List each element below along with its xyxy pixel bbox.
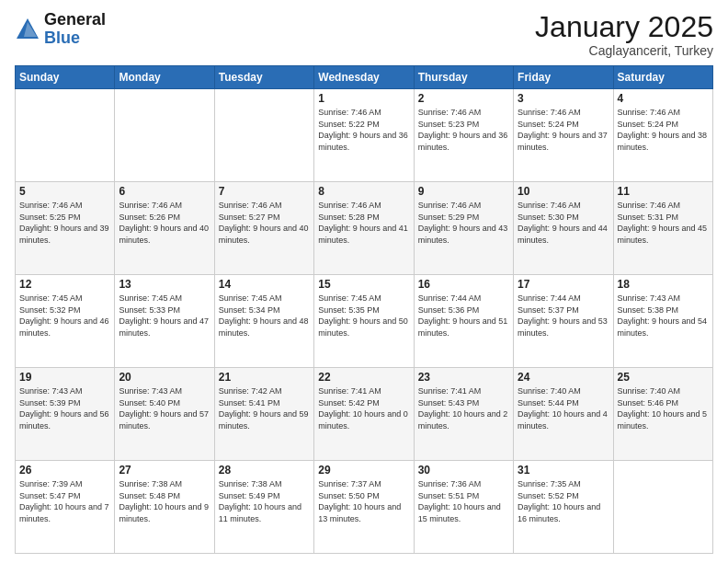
day-info-30: Sunrise: 7:36 AMSunset: 5:51 PMDaylight:… (418, 478, 509, 524)
day-cell-18: 18Sunrise: 7:43 AMSunset: 5:38 PMDayligh… (613, 275, 712, 368)
day-number-5: 5 (19, 185, 110, 198)
day-number-24: 24 (518, 371, 609, 384)
logo-general: General (44, 11, 106, 29)
day-info-14: Sunrise: 7:45 AMSunset: 5:34 PMDaylight:… (219, 293, 310, 339)
weekday-header-row: SundayMondayTuesdayWednesdayThursdayFrid… (16, 66, 713, 89)
day-number-10: 10 (518, 185, 609, 198)
empty-cell (214, 89, 313, 182)
day-cell-10: 10Sunrise: 7:46 AMSunset: 5:30 PMDayligh… (514, 182, 613, 275)
weekday-header-sunday: Sunday (16, 66, 115, 89)
logo-text: General Blue (44, 11, 106, 48)
logo-blue: Blue (44, 29, 106, 48)
day-number-15: 15 (318, 278, 409, 291)
day-cell-25: 25Sunrise: 7:40 AMSunset: 5:46 PMDayligh… (613, 368, 712, 461)
day-cell-12: 12Sunrise: 7:45 AMSunset: 5:32 PMDayligh… (16, 275, 115, 368)
day-info-4: Sunrise: 7:46 AMSunset: 5:24 PMDaylight:… (618, 107, 709, 153)
day-cell-30: 30Sunrise: 7:36 AMSunset: 5:51 PMDayligh… (414, 461, 513, 554)
day-cell-21: 21Sunrise: 7:42 AMSunset: 5:41 PMDayligh… (214, 368, 313, 461)
day-info-9: Sunrise: 7:46 AMSunset: 5:29 PMDaylight:… (418, 200, 509, 246)
day-cell-13: 13Sunrise: 7:45 AMSunset: 5:33 PMDayligh… (115, 275, 214, 368)
day-cell-17: 17Sunrise: 7:44 AMSunset: 5:37 PMDayligh… (514, 275, 613, 368)
logo: General Blue (15, 11, 106, 48)
day-number-18: 18 (618, 278, 709, 291)
day-info-12: Sunrise: 7:45 AMSunset: 5:32 PMDaylight:… (19, 293, 110, 339)
day-info-5: Sunrise: 7:46 AMSunset: 5:25 PMDaylight:… (19, 200, 110, 246)
day-number-17: 17 (518, 278, 609, 291)
day-number-19: 19 (19, 371, 110, 384)
day-cell-16: 16Sunrise: 7:44 AMSunset: 5:36 PMDayligh… (414, 275, 513, 368)
day-info-24: Sunrise: 7:40 AMSunset: 5:44 PMDaylight:… (518, 385, 609, 431)
day-info-18: Sunrise: 7:43 AMSunset: 5:38 PMDaylight:… (618, 293, 709, 339)
day-info-31: Sunrise: 7:35 AMSunset: 5:52 PMDaylight:… (518, 478, 609, 524)
location-subtitle: Caglayancerit, Turkey (535, 43, 713, 58)
day-info-19: Sunrise: 7:43 AMSunset: 5:39 PMDaylight:… (19, 385, 110, 431)
day-info-16: Sunrise: 7:44 AMSunset: 5:36 PMDaylight:… (418, 293, 509, 339)
day-cell-15: 15Sunrise: 7:45 AMSunset: 5:35 PMDayligh… (314, 275, 414, 368)
day-number-27: 27 (119, 464, 210, 477)
weekday-header-friday: Friday (514, 66, 613, 89)
day-cell-3: 3Sunrise: 7:46 AMSunset: 5:24 PMDaylight… (514, 89, 613, 182)
day-number-20: 20 (119, 371, 210, 384)
day-info-28: Sunrise: 7:38 AMSunset: 5:49 PMDaylight:… (219, 478, 310, 524)
day-cell-20: 20Sunrise: 7:43 AMSunset: 5:40 PMDayligh… (115, 368, 214, 461)
page: General Blue January 2025 Caglayancerit,… (0, 0, 728, 563)
day-number-12: 12 (19, 278, 110, 291)
day-number-4: 4 (618, 92, 709, 105)
day-number-2: 2 (418, 92, 509, 105)
day-info-10: Sunrise: 7:46 AMSunset: 5:30 PMDaylight:… (518, 200, 609, 246)
day-number-13: 13 (119, 278, 210, 291)
day-number-16: 16 (418, 278, 509, 291)
empty-cell (16, 89, 115, 182)
day-info-27: Sunrise: 7:38 AMSunset: 5:48 PMDaylight:… (119, 478, 210, 524)
day-info-1: Sunrise: 7:46 AMSunset: 5:22 PMDaylight:… (318, 107, 409, 153)
day-cell-14: 14Sunrise: 7:45 AMSunset: 5:34 PMDayligh… (214, 275, 313, 368)
weekday-header-monday: Monday (115, 66, 214, 89)
weekday-header-thursday: Thursday (414, 66, 513, 89)
day-info-29: Sunrise: 7:37 AMSunset: 5:50 PMDaylight:… (318, 478, 409, 524)
day-info-17: Sunrise: 7:44 AMSunset: 5:37 PMDaylight:… (518, 293, 609, 339)
day-number-30: 30 (418, 464, 509, 477)
day-cell-11: 11Sunrise: 7:46 AMSunset: 5:31 PMDayligh… (613, 182, 712, 275)
day-number-9: 9 (418, 185, 509, 198)
day-number-21: 21 (219, 371, 310, 384)
day-info-21: Sunrise: 7:42 AMSunset: 5:41 PMDaylight:… (219, 385, 310, 431)
day-cell-22: 22Sunrise: 7:41 AMSunset: 5:42 PMDayligh… (314, 368, 414, 461)
day-number-23: 23 (418, 371, 509, 384)
day-info-2: Sunrise: 7:46 AMSunset: 5:23 PMDaylight:… (418, 107, 509, 153)
day-cell-7: 7Sunrise: 7:46 AMSunset: 5:27 PMDaylight… (214, 182, 313, 275)
day-number-29: 29 (318, 464, 409, 477)
day-number-25: 25 (618, 371, 709, 384)
empty-cell (115, 89, 214, 182)
day-cell-23: 23Sunrise: 7:41 AMSunset: 5:43 PMDayligh… (414, 368, 513, 461)
calendar-week-4: 19Sunrise: 7:43 AMSunset: 5:39 PMDayligh… (16, 368, 713, 461)
day-number-28: 28 (219, 464, 310, 477)
day-number-8: 8 (318, 185, 409, 198)
day-number-11: 11 (618, 185, 709, 198)
day-number-7: 7 (219, 185, 310, 198)
day-info-20: Sunrise: 7:43 AMSunset: 5:40 PMDaylight:… (119, 385, 210, 431)
day-info-8: Sunrise: 7:46 AMSunset: 5:28 PMDaylight:… (318, 200, 409, 246)
calendar-week-5: 26Sunrise: 7:39 AMSunset: 5:47 PMDayligh… (16, 461, 713, 554)
day-cell-6: 6Sunrise: 7:46 AMSunset: 5:26 PMDaylight… (115, 182, 214, 275)
weekday-header-wednesday: Wednesday (314, 66, 414, 89)
day-info-23: Sunrise: 7:41 AMSunset: 5:43 PMDaylight:… (418, 385, 509, 431)
day-number-3: 3 (518, 92, 609, 105)
day-cell-19: 19Sunrise: 7:43 AMSunset: 5:39 PMDayligh… (16, 368, 115, 461)
weekday-header-saturday: Saturday (613, 66, 712, 89)
day-number-6: 6 (119, 185, 210, 198)
day-info-3: Sunrise: 7:46 AMSunset: 5:24 PMDaylight:… (518, 107, 609, 153)
day-info-26: Sunrise: 7:39 AMSunset: 5:47 PMDaylight:… (19, 478, 110, 524)
day-info-6: Sunrise: 7:46 AMSunset: 5:26 PMDaylight:… (119, 200, 210, 246)
day-cell-31: 31Sunrise: 7:35 AMSunset: 5:52 PMDayligh… (514, 461, 613, 554)
day-info-13: Sunrise: 7:45 AMSunset: 5:33 PMDaylight:… (119, 293, 210, 339)
day-info-11: Sunrise: 7:46 AMSunset: 5:31 PMDaylight:… (618, 200, 709, 246)
day-info-15: Sunrise: 7:45 AMSunset: 5:35 PMDaylight:… (318, 293, 409, 339)
day-cell-26: 26Sunrise: 7:39 AMSunset: 5:47 PMDayligh… (16, 461, 115, 554)
day-info-25: Sunrise: 7:40 AMSunset: 5:46 PMDaylight:… (618, 385, 709, 431)
day-number-14: 14 (219, 278, 310, 291)
day-cell-28: 28Sunrise: 7:38 AMSunset: 5:49 PMDayligh… (214, 461, 313, 554)
day-cell-27: 27Sunrise: 7:38 AMSunset: 5:48 PMDayligh… (115, 461, 214, 554)
day-info-22: Sunrise: 7:41 AMSunset: 5:42 PMDaylight:… (318, 385, 409, 431)
logo-icon (15, 17, 40, 42)
calendar-table: SundayMondayTuesdayWednesdayThursdayFrid… (15, 65, 713, 554)
